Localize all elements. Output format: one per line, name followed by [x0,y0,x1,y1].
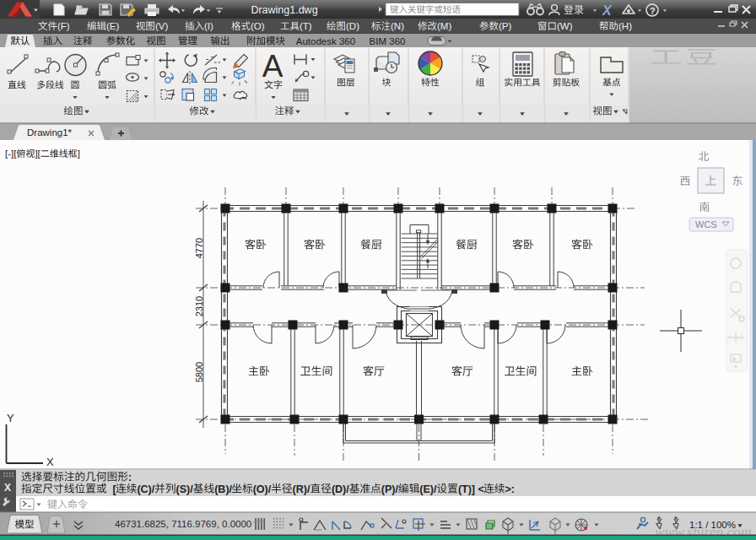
svg-text:WCS: WCS [695,219,717,230]
svg-text:(O)/: (O)/ [253,483,272,495]
svg-text:[-][: [-][ [5,148,17,159]
svg-text:(M): (M) [437,21,451,31]
svg-text:(N): (N) [391,21,404,31]
svg-text:Autodesk 360: Autodesk 360 [296,36,355,46]
svg-text:(O): (O) [251,21,265,31]
svg-text:]: ] [78,148,80,159]
svg-text:Drawing1*: Drawing1* [27,127,73,138]
svg-text:?: ? [650,6,656,16]
svg-text:BIM 360: BIM 360 [370,36,406,46]
svg-text:A: A [262,49,284,84]
svg-text:(T): (T) [300,21,312,31]
svg-text:46731.6825, 7116.9769, 0.0000: 46731.6825, 7116.9769, 0.0000 [115,519,251,529]
svg-text:(R)/: (R)/ [293,483,310,495]
svg-text:(S)/: (S)/ [176,483,194,495]
svg-text:X: X [4,482,11,494]
svg-text:(P): (P) [499,21,512,31]
svg-text:(P)/: (P)/ [381,483,399,495]
svg-text:(D)/: (D)/ [332,483,349,495]
svg-text:5800: 5800 [194,362,204,382]
svg-text:(D): (D) [346,21,359,31]
svg-text:(V): (V) [155,21,169,31]
svg-text:(B)/: (B)/ [214,483,232,495]
svg-text:(T)] <: (T)] < [458,483,484,495]
svg-text:Drawing1.dwg: Drawing1.dwg [251,4,317,16]
svg-text:(F): (F) [57,21,70,31]
svg-text:>:: >: [505,483,515,495]
svg-text:][: ][ [35,148,40,159]
svg-text:4770: 4770 [194,238,204,258]
svg-text:(C)/: (C)/ [137,483,154,495]
svg-text:(W): (W) [557,21,573,31]
svg-text:(H): (H) [618,21,632,31]
svg-text:Y: Y [7,412,14,424]
svg-text:X: X [602,3,613,18]
svg-text:(I): (I) [204,21,213,31]
svg-text:2310: 2310 [194,296,204,316]
svg-text::: : [128,472,132,483]
svg-text:(E): (E) [106,21,120,31]
svg-text:(E)/: (E)/ [419,483,437,495]
svg-text:X: X [46,456,54,468]
svg-text:[: [ [107,483,117,495]
